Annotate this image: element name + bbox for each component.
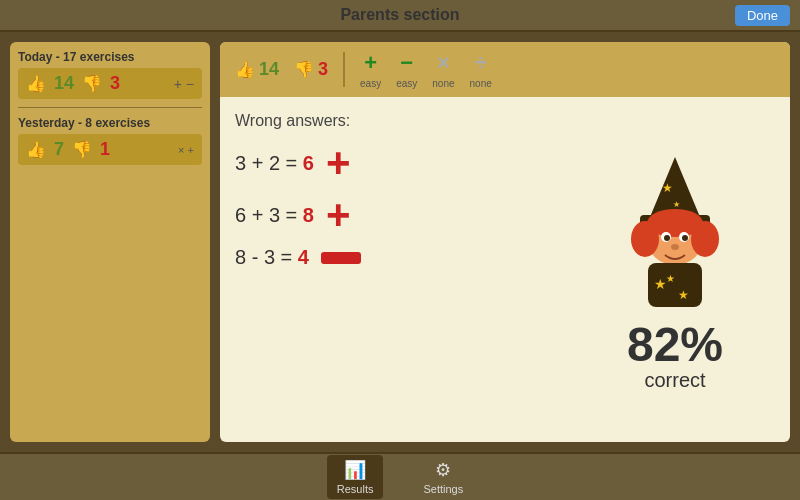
wrong-answer-row-3: 8 - 3 = 4 (235, 246, 575, 269)
op-add[interactable]: + easy (360, 50, 381, 89)
plus-wrong-icon-2: + (326, 194, 351, 236)
op-sub[interactable]: − easy (396, 50, 417, 89)
yesterday-correct: 7 (54, 139, 64, 160)
yesterday-section: Yesterday - 8 exercises 👍 7 👎 1 × + (18, 116, 202, 165)
today-stats: 👍 14 👎 3 + − (18, 68, 202, 99)
subtract-icon: − (400, 50, 413, 76)
wizard-character: ★ ★ (610, 147, 740, 311)
wrong-answer-row-1: 3 + 2 = 6 + (235, 142, 575, 184)
svg-point-11 (682, 235, 688, 241)
svg-point-12 (671, 244, 679, 250)
yesterday-ops: × + (178, 144, 194, 156)
header-correct-num: 14 (259, 59, 279, 80)
header-separator (343, 52, 345, 87)
results-icon: 📊 (344, 459, 366, 481)
header-correct-score: 👍 14 (235, 59, 279, 80)
wrong-answers-label: Wrong answers: (235, 112, 575, 130)
header-wrong-score: 👎 3 (294, 59, 328, 80)
op-mul[interactable]: × none (432, 50, 454, 89)
correct-label: correct (644, 369, 705, 392)
yesterday-stats: 👍 7 👎 1 × + (18, 134, 202, 165)
percent-value: 82% (627, 321, 723, 369)
math-expr-2: 6 + 3 = 8 (235, 204, 314, 227)
header-thumbs-up: 👍 (235, 60, 255, 79)
content-area: Wrong answers: 3 + 2 = 6 + 6 + 3 = 8 + 8 (220, 97, 790, 442)
op-add-label: easy (360, 78, 381, 89)
wrong-answers-section: Wrong answers: 3 + 2 = 6 + 6 + 3 = 8 + 8 (235, 112, 575, 427)
svg-point-7 (691, 221, 719, 257)
divide-icon: ÷ (475, 50, 487, 76)
done-button[interactable]: Done (735, 5, 790, 26)
thumbs-down-icon-2: 👎 (72, 140, 92, 159)
stats-header: 👍 14 👎 3 + easy − easy × none ÷ n (220, 42, 790, 97)
thumbs-down-icon: 👎 (82, 74, 102, 93)
minus-wrong-icon (321, 252, 361, 264)
header-thumbs-down: 👎 (294, 60, 314, 79)
tab-results-label: Results (337, 483, 374, 495)
svg-point-10 (664, 235, 670, 241)
main-content: Today - 17 exercises 👍 14 👎 3 + − Yester… (0, 32, 800, 452)
op-mul-label: none (432, 78, 454, 89)
thumbs-up-icon-2: 👍 (26, 140, 46, 159)
op-div[interactable]: ÷ none (470, 50, 492, 89)
svg-point-6 (631, 221, 659, 257)
yesterday-wrong: 1 (100, 139, 110, 160)
svg-text:★: ★ (678, 288, 689, 302)
math-expr-1: 3 + 2 = 6 (235, 152, 314, 175)
math-expr-3: 8 - 3 = 4 (235, 246, 309, 269)
bottom-bar: 📊 Results ⚙ Settings (0, 452, 800, 500)
today-section: Today - 17 exercises 👍 14 👎 3 + − (18, 50, 202, 99)
svg-text:★: ★ (666, 273, 675, 284)
add-icon: + (364, 50, 377, 76)
yesterday-label: Yesterday - 8 exercises (18, 116, 202, 130)
left-panel: Today - 17 exercises 👍 14 👎 3 + − Yester… (10, 42, 210, 442)
thumbs-up-icon: 👍 (26, 74, 46, 93)
wizard-svg: ★ ★ (610, 147, 740, 307)
wrong-answer-row-2: 6 + 3 = 8 + (235, 194, 575, 236)
wrong-num-2: 8 (303, 204, 314, 226)
plus-wrong-icon-1: + (326, 142, 351, 184)
settings-icon: ⚙ (435, 459, 451, 481)
tab-settings-label: Settings (423, 483, 463, 495)
svg-text:★: ★ (673, 200, 680, 209)
divider (18, 107, 202, 108)
today-correct: 14 (54, 73, 74, 94)
today-label: Today - 17 exercises (18, 50, 202, 64)
title-bar: Parents section Done (0, 0, 800, 32)
svg-text:★: ★ (662, 181, 673, 195)
op-sub-label: easy (396, 78, 417, 89)
today-wrong: 3 (110, 73, 120, 94)
character-section: ★ ★ (575, 112, 775, 427)
header-wrong-num: 3 (318, 59, 328, 80)
wrong-num-1: 6 (303, 152, 314, 174)
multiply-icon: × (437, 50, 450, 76)
tab-settings[interactable]: ⚙ Settings (413, 455, 473, 499)
tab-results[interactable]: 📊 Results (327, 455, 384, 499)
op-div-label: none (470, 78, 492, 89)
wrong-num-3: 4 (298, 246, 309, 268)
today-ops: + − (174, 76, 194, 92)
page-title: Parents section (340, 6, 459, 24)
right-panel: 👍 14 👎 3 + easy − easy × none ÷ n (220, 42, 790, 442)
